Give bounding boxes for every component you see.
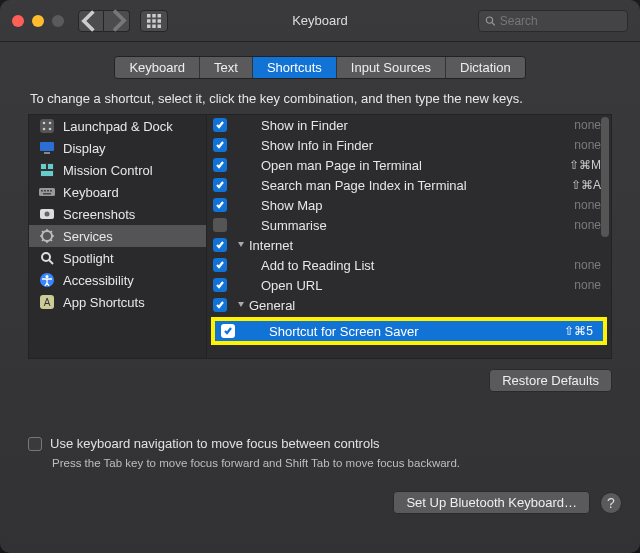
svg-rect-17 (44, 152, 50, 154)
svg-rect-5 (158, 19, 162, 23)
sidebar-item-spotlight[interactable]: Spotlight (29, 247, 206, 269)
bluetooth-keyboard-button[interactable]: Set Up Bluetooth Keyboard… (393, 491, 590, 514)
svg-text:A: A (44, 297, 51, 308)
checkbox-icon[interactable] (213, 198, 227, 212)
tab-input-sources[interactable]: Input Sources (337, 57, 446, 78)
shortcut-row[interactable]: Open URLnone (207, 275, 611, 295)
minimize-window-button[interactable] (32, 15, 44, 27)
titlebar: Keyboard (0, 0, 640, 42)
keyboard-icon (39, 184, 55, 200)
svg-rect-24 (44, 190, 46, 192)
shortcut-label: Add to Reading List (237, 258, 568, 273)
grid-icon (147, 14, 161, 28)
shortcut-row[interactable]: Search man Page Index in Terminal⇧⌘A (207, 175, 611, 195)
sidebar-item-services[interactable]: Services (29, 225, 206, 247)
checkbox-icon[interactable] (213, 278, 227, 292)
shortcut-key: ⇧⌘A (571, 178, 601, 192)
svg-point-34 (46, 275, 49, 278)
search-input[interactable] (500, 14, 621, 28)
close-window-button[interactable] (12, 15, 24, 27)
show-all-button[interactable] (140, 10, 168, 32)
sidebar-item-screenshots[interactable]: Screenshots (29, 203, 206, 225)
keyboard-nav-checkbox[interactable]: Use keyboard navigation to move focus be… (28, 436, 612, 451)
shortcut-row[interactable]: Add to Reading Listnone (207, 255, 611, 275)
appshortcuts-icon: A (39, 294, 55, 310)
svg-point-13 (49, 122, 52, 125)
sidebar-item-keyboard[interactable]: Keyboard (29, 181, 206, 203)
checkbox-icon[interactable] (213, 138, 227, 152)
checkbox-icon[interactable] (213, 298, 227, 312)
tab-shortcuts[interactable]: Shortcuts (253, 57, 337, 78)
checkbox-icon[interactable] (213, 158, 227, 172)
sidebar-item-label: Screenshots (63, 207, 135, 222)
shortcut-row[interactable]: Show Info in Findernone (207, 135, 611, 155)
shortcut-label: Search man Page Index in Terminal (237, 178, 565, 193)
sidebar-item-label: App Shortcuts (63, 295, 145, 310)
sidebar-item-launchpad-dock[interactable]: Launchpad & Dock (29, 115, 206, 137)
svg-point-14 (43, 128, 46, 131)
svg-rect-0 (147, 14, 151, 18)
shortcut-group[interactable]: General (207, 295, 611, 315)
sidebar-item-label: Services (63, 229, 113, 244)
svg-rect-23 (41, 190, 43, 192)
disclosure-triangle-icon (237, 301, 245, 309)
checkbox-icon[interactable] (213, 178, 227, 192)
svg-line-32 (49, 260, 53, 264)
launchpad-icon (39, 118, 55, 134)
sidebar-item-label: Keyboard (63, 185, 119, 200)
search-icon (485, 15, 496, 27)
svg-rect-6 (147, 24, 151, 28)
svg-rect-7 (152, 24, 156, 28)
shortcut-row[interactable]: Shortcut for Screen Saver⇧⌘5 (215, 321, 603, 341)
checkbox-icon[interactable] (213, 118, 227, 132)
tab-keyboard[interactable]: Keyboard (115, 57, 200, 78)
back-button[interactable] (78, 10, 104, 32)
shortcut-key: none (574, 278, 601, 292)
screenshots-icon (39, 206, 55, 222)
keyboard-nav-label: Use keyboard navigation to move focus be… (50, 436, 380, 451)
search-field[interactable] (478, 10, 628, 32)
shortcut-row[interactable]: Show in Findernone (207, 115, 611, 135)
shortcut-row[interactable]: Summarisenone (207, 215, 611, 235)
disclosure-triangle-icon (237, 241, 245, 249)
svg-rect-22 (39, 188, 55, 196)
tab-dictation[interactable]: Dictation (446, 57, 525, 78)
shortcut-key: none (574, 258, 601, 272)
shortcut-group[interactable]: Internet (207, 235, 611, 255)
shortcut-label: Show Info in Finder (237, 138, 568, 153)
shortcut-row[interactable]: Show Mapnone (207, 195, 611, 215)
checkbox-icon[interactable] (213, 218, 227, 232)
svg-line-10 (492, 22, 495, 25)
svg-rect-1 (152, 14, 156, 18)
checkbox-icon[interactable] (213, 258, 227, 272)
tab-text[interactable]: Text (200, 57, 253, 78)
svg-rect-27 (43, 193, 51, 195)
sidebar-item-mission-control[interactable]: Mission Control (29, 159, 206, 181)
forward-button[interactable] (104, 10, 130, 32)
shortcut-row[interactable]: Open man Page in Terminal⇧⌘M (207, 155, 611, 175)
shortcut-key: none (574, 218, 601, 232)
svg-rect-4 (152, 19, 156, 23)
svg-rect-8 (158, 24, 162, 28)
sidebar-item-app-shortcuts[interactable]: AApp Shortcuts (29, 291, 206, 313)
sidebar-item-accessibility[interactable]: Accessibility (29, 269, 206, 291)
svg-point-12 (43, 122, 46, 125)
shortcut-label: Show in Finder (237, 118, 568, 133)
restore-defaults-button[interactable]: Restore Defaults (489, 369, 612, 392)
shortcut-label: Open man Page in Terminal (237, 158, 563, 173)
help-button[interactable]: ? (600, 492, 622, 514)
checkbox-icon[interactable] (213, 238, 227, 252)
shortcut-key: ⇧⌘M (569, 158, 601, 172)
checkbox-icon[interactable] (221, 324, 235, 338)
keyboard-nav-note: Press the Tab key to move focus forward … (52, 457, 612, 469)
zoom-window-button[interactable] (52, 15, 64, 27)
svg-rect-11 (40, 119, 54, 133)
display-icon (39, 140, 55, 156)
shortcut-key: ⇧⌘5 (564, 324, 593, 338)
shortcut-key: none (574, 138, 601, 152)
accessibility-icon (39, 272, 55, 288)
scrollbar[interactable] (601, 117, 609, 237)
nav-buttons (78, 10, 130, 32)
sidebar-item-display[interactable]: Display (29, 137, 206, 159)
category-sidebar: Launchpad & DockDisplayMission ControlKe… (29, 115, 207, 358)
